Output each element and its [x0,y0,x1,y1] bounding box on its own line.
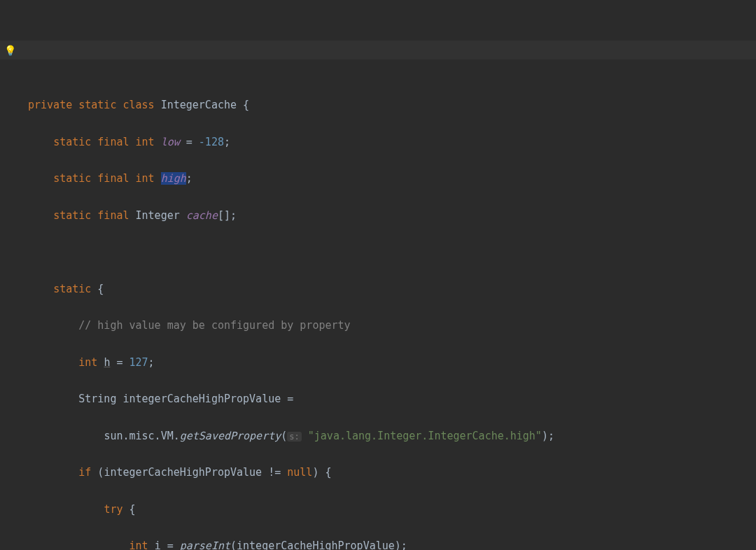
code-editor[interactable]: 💡 private static class IntegerCache { st… [0,0,756,550]
code-line [28,243,554,261]
code-line: static { [28,280,554,298]
code-line: int i = parseInt(integerCacheHighPropVal… [28,537,554,550]
gutter [0,0,21,550]
code-line: String integerCacheHighPropValue = [28,390,554,408]
code-line: private static class IntegerCache { [28,96,554,114]
current-line-highlight [0,41,756,59]
code-line: // high value may be configured by prope… [28,316,554,334]
code-area[interactable]: 💡 private static class IntegerCache { st… [21,0,554,550]
code-line: sun.misc.VM.getSavedProperty(s: "java.la… [28,427,554,445]
code-content: private static class IntegerCache { stat… [28,78,554,550]
code-line: int h = 127; [28,353,554,372]
code-line: if (integerCacheHighPropValue != null) { [28,463,554,481]
lightbulb-icon[interactable]: 💡 [4,42,16,59]
code-line: try { [28,500,554,519]
code-line: static final int high; [28,169,554,188]
code-line: static final Integer cache[]; [28,206,554,225]
parameter-hint: s: [287,432,301,442]
code-line: static final int low = -128; [28,133,554,151]
